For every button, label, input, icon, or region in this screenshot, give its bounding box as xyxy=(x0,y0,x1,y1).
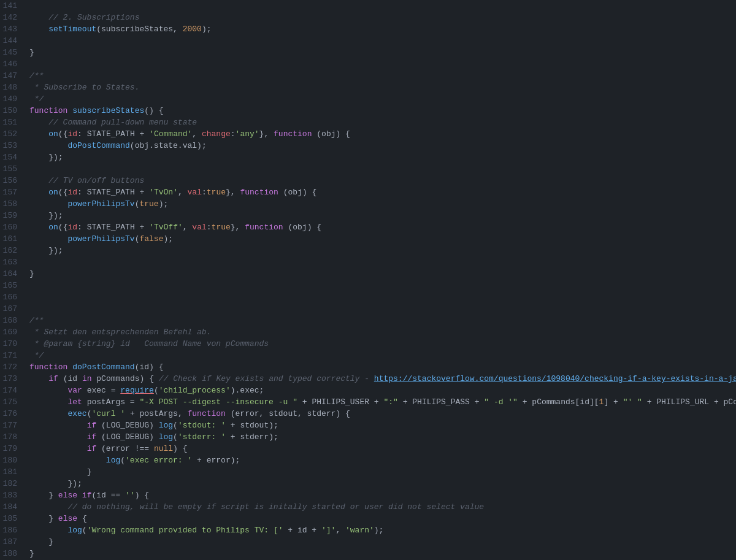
code-line: 153 doPostCommand(obj.state.val); xyxy=(0,140,736,152)
line-content: } xyxy=(26,536,736,548)
line-number: 174 xyxy=(0,385,26,396)
line-number: 178 xyxy=(0,431,26,443)
line-content: * Subscribe to States. xyxy=(26,82,736,93)
line-number: 177 xyxy=(0,420,26,431)
code-line: 161 powerPhilipsTv(false); xyxy=(0,233,736,245)
code-line: 184 // do nothing, will be empty if scri… xyxy=(0,501,736,513)
line-number: 169 xyxy=(0,326,26,338)
line-number: 188 xyxy=(0,548,26,559)
code-line: 151 // Command pull-down menu state xyxy=(0,117,736,128)
code-line: 157 on({id: STATE_PATH + 'TvOn', val:tru… xyxy=(0,186,736,198)
line-content: // Command pull-down menu state xyxy=(26,117,736,128)
code-line: 155 xyxy=(0,163,736,175)
line-content: } xyxy=(26,548,736,559)
code-line: 175 let postArgs = "-X POST --digest --i… xyxy=(0,396,736,408)
line-number: 155 xyxy=(0,163,26,175)
line-number: 146 xyxy=(0,58,26,70)
line-content: if (id in pCommands) { // Check if Key e… xyxy=(26,373,736,385)
line-content: }); xyxy=(26,478,736,489)
line-content: // TV on/off buttons xyxy=(26,175,736,186)
line-content: log('exec error: ' + error); xyxy=(26,455,736,466)
line-number: 143 xyxy=(0,23,26,35)
line-number: 176 xyxy=(0,408,26,420)
line-content: */ xyxy=(26,350,736,361)
line-number: 158 xyxy=(0,198,26,210)
line-number: 150 xyxy=(0,105,26,117)
line-number: 170 xyxy=(0,338,26,350)
code-line: 141 xyxy=(0,0,736,12)
line-content: // 2. Subscriptions xyxy=(26,12,736,23)
line-content: var exec = require('child_process').exec… xyxy=(26,385,736,396)
line-content: exec('curl ' + postArgs, function (error… xyxy=(26,408,736,420)
code-editor: 141142 // 2. Subscriptions143 setTimeout… xyxy=(0,0,736,560)
line-number: 164 xyxy=(0,268,26,280)
code-line: 177 if (LOG_DEBUG) log('stdout: ' + stdo… xyxy=(0,420,736,431)
line-number: 156 xyxy=(0,175,26,186)
line-number: 167 xyxy=(0,303,26,315)
line-content: } xyxy=(26,466,736,478)
code-line: 159 }); xyxy=(0,210,736,221)
line-content: function doPostCommand(id) { xyxy=(26,361,736,373)
line-number: 161 xyxy=(0,233,26,245)
line-content: let postArgs = "-X POST --digest --insec… xyxy=(26,396,736,408)
line-content: } xyxy=(26,268,736,280)
code-line: 169 * Setzt den entsprechenden Befehl ab… xyxy=(0,326,736,338)
code-line: 171 */ xyxy=(0,350,736,361)
code-line: 182 }); xyxy=(0,478,736,489)
line-content: * @param {string} id Command Name von pC… xyxy=(26,338,736,350)
line-content: powerPhilipsTv(true); xyxy=(26,198,736,210)
line-content: }); xyxy=(26,152,736,163)
code-line: 144 xyxy=(0,35,736,47)
line-content: }); xyxy=(26,245,736,256)
code-line: 186 log('Wrong command provided to Phili… xyxy=(0,524,736,536)
line-number: 152 xyxy=(0,128,26,140)
code-line: 185 } else { xyxy=(0,513,736,524)
line-number: 147 xyxy=(0,70,26,82)
code-line: 150function subscribeStates() { xyxy=(0,105,736,117)
line-number: 141 xyxy=(0,0,26,12)
line-content: /** xyxy=(26,315,736,326)
line-number: 181 xyxy=(0,466,26,478)
line-content: powerPhilipsTv(false); xyxy=(26,233,736,245)
code-line: 163 xyxy=(0,256,736,268)
line-number: 159 xyxy=(0,210,26,221)
line-number: 163 xyxy=(0,256,26,268)
code-line: 170 * @param {string} id Command Name vo… xyxy=(0,338,736,350)
code-line: 179 if (error !== null) { xyxy=(0,443,736,455)
line-number: 179 xyxy=(0,443,26,455)
line-number: 168 xyxy=(0,315,26,326)
line-number: 148 xyxy=(0,82,26,93)
line-number: 182 xyxy=(0,478,26,489)
line-content: if (LOG_DEBUG) log('stdout: ' + stdout); xyxy=(26,420,736,431)
code-line: 156 // TV on/off buttons xyxy=(0,175,736,186)
code-line: 178 if (LOG_DEBUG) log('stderr: ' + stde… xyxy=(0,431,736,443)
line-content: if (error !== null) { xyxy=(26,443,736,455)
code-line: 167 xyxy=(0,303,736,315)
line-number: 184 xyxy=(0,501,26,513)
code-line: 149 */ xyxy=(0,93,736,105)
code-line: 152 on({id: STATE_PATH + 'Command', chan… xyxy=(0,128,736,140)
code-line: 164} xyxy=(0,268,736,280)
line-number: 142 xyxy=(0,12,26,23)
code-line: 183 } else if(id == '') { xyxy=(0,489,736,501)
code-line: 187 } xyxy=(0,536,736,548)
code-line: 174 var exec = require('child_process').… xyxy=(0,385,736,396)
line-number: 160 xyxy=(0,221,26,233)
line-number: 186 xyxy=(0,524,26,536)
line-content: } xyxy=(26,47,736,58)
code-line: 168/** xyxy=(0,315,736,326)
line-number: 175 xyxy=(0,396,26,408)
code-line: 142 // 2. Subscriptions xyxy=(0,12,736,23)
code-line: 145} xyxy=(0,47,736,58)
code-line: 158 powerPhilipsTv(true); xyxy=(0,198,736,210)
code-line: 162 }); xyxy=(0,245,736,256)
line-content: doPostCommand(obj.state.val); xyxy=(26,140,736,152)
code-line: 160 on({id: STATE_PATH + 'TvOff', val:tr… xyxy=(0,221,736,233)
line-number: 151 xyxy=(0,117,26,128)
line-content: * Setzt den entsprechenden Befehl ab. xyxy=(26,326,736,338)
line-number: 187 xyxy=(0,536,26,548)
line-number: 171 xyxy=(0,350,26,361)
line-number: 173 xyxy=(0,373,26,385)
line-number: 162 xyxy=(0,245,26,256)
code-line: 181 } xyxy=(0,466,736,478)
